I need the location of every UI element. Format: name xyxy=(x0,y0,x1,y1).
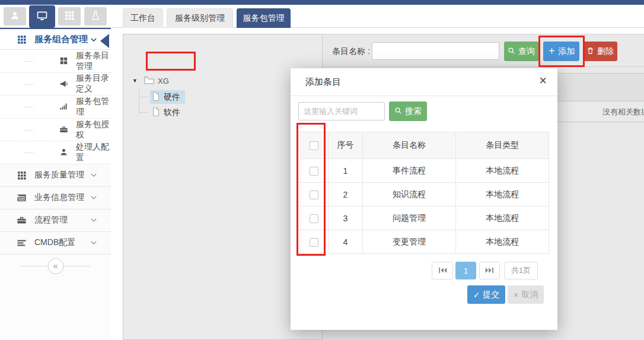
table-row: 2 知识流程 本地流程 xyxy=(300,183,549,206)
sidebar-group-service-composition[interactable]: 服务组合管理 xyxy=(0,29,111,50)
add-button[interactable]: 添加 xyxy=(543,42,579,61)
list-icon xyxy=(17,193,27,203)
select-all-checkbox[interactable] xyxy=(310,141,318,150)
sidebar-section-service-quality[interactable]: 服务质量管理 xyxy=(0,164,111,187)
tree-guide-line xyxy=(139,97,148,97)
chevron-down-icon xyxy=(90,36,98,44)
cell-type: 本地流程 xyxy=(456,230,549,254)
grid-icon xyxy=(17,170,27,180)
submit-button-label: 提交 xyxy=(483,290,499,300)
row-checkbox[interactable] xyxy=(310,238,318,247)
submit-button[interactable]: ✓ 提交 xyxy=(467,285,505,304)
briefcase-icon xyxy=(17,215,27,225)
tab-service-level[interactable]: 服务级别管理 xyxy=(167,8,233,28)
sidebar-section-business-info[interactable]: 业务信息管理 xyxy=(0,187,111,209)
tab-workbench[interactable]: 工作台 xyxy=(123,8,163,28)
flask-module-button[interactable] xyxy=(84,7,107,26)
tree-node-software[interactable]: 软件 xyxy=(150,106,185,119)
caret-down-icon[interactable]: ▼ xyxy=(132,78,141,84)
last-page-icon xyxy=(485,266,494,275)
grid-icon xyxy=(64,10,75,23)
trash-icon xyxy=(586,47,594,56)
row-checkbox[interactable] xyxy=(310,167,318,176)
no-data-text: 没有相关数据 xyxy=(602,107,644,117)
checkbox-cell xyxy=(300,183,329,206)
sidebar-section-process-mgmt[interactable]: 流程管理 xyxy=(0,209,111,232)
close-icon[interactable]: × xyxy=(539,74,547,87)
flask-icon xyxy=(90,10,101,23)
sidebar-item-service-package-mgmt[interactable]: 服务包管理 xyxy=(0,96,111,119)
user-module-button[interactable] xyxy=(4,7,26,26)
tree-node-label: 软件 xyxy=(164,107,180,118)
dialog-title: 添加条目 xyxy=(305,77,341,88)
cancel-button[interactable]: × 取消 xyxy=(508,285,544,304)
dialog-header: 添加条目 × xyxy=(291,68,557,96)
top-navy-strip xyxy=(0,0,644,5)
checkbox-cell xyxy=(300,159,329,183)
monitor-module-button[interactable] xyxy=(29,5,55,28)
cell-type: 本地流程 xyxy=(456,183,549,206)
sidebar-item-label: 服务包授权 xyxy=(76,119,111,141)
tab-service-package[interactable]: 服务包管理 xyxy=(237,8,291,28)
page-number: 1 xyxy=(464,266,468,275)
column-header: 条目类型 xyxy=(456,132,549,159)
chevron-down-icon xyxy=(90,171,98,179)
delete-button[interactable]: 删除 xyxy=(583,42,617,61)
table-header-row: 序号 条目名称 条目类型 xyxy=(300,132,549,159)
topbar: 工作台 服务级别管理 服务包管理 xyxy=(0,5,644,28)
sidebar-item-service-entry-mgmt[interactable]: 服务条目管理 xyxy=(0,50,111,73)
keyword-search-input[interactable] xyxy=(298,102,385,120)
cell-name: 事件流程 xyxy=(362,159,456,183)
sidebar-item-label: 处理人配置 xyxy=(76,142,111,163)
file-icon xyxy=(152,92,160,103)
pagination-page-1[interactable]: 1 xyxy=(455,262,476,279)
search-button-label: 搜索 xyxy=(405,106,422,117)
pagination-last-button[interactable] xyxy=(479,262,500,279)
sidebar-section-cmdb-config[interactable]: CMDB配置 xyxy=(0,232,111,255)
file-icon xyxy=(152,107,160,118)
tree-guide-line xyxy=(139,89,139,114)
select-all-cell xyxy=(300,132,329,159)
bar-chart-icon xyxy=(59,102,69,112)
row-checkbox[interactable] xyxy=(310,214,318,223)
tree-root-label: XG xyxy=(158,77,169,85)
table-row: 1 事件流程 本地流程 xyxy=(300,159,549,183)
entry-name-input[interactable] xyxy=(372,42,499,60)
add-button-label: 添加 xyxy=(559,46,575,57)
cell-type: 本地流程 xyxy=(456,159,549,183)
grid-module-button[interactable] xyxy=(58,7,81,26)
entry-toolbar: 条目名称 : 查询 添加 删除 xyxy=(323,34,644,67)
row-checkbox[interactable] xyxy=(310,190,318,199)
grid-icon xyxy=(59,56,69,66)
active-group-arrow xyxy=(100,34,109,48)
sidebar-collapse-button[interactable]: « xyxy=(47,258,63,274)
checkbox-cell xyxy=(300,206,329,230)
sidebar-item-service-catalog-def[interactable]: 服务目录定义 xyxy=(0,73,111,96)
tree-node-hardware[interactable]: 硬件 xyxy=(150,90,185,104)
pagination-first-button[interactable] xyxy=(432,262,453,279)
column-header: 条目名称 xyxy=(362,132,456,159)
column-header: 序号 xyxy=(328,132,362,159)
tab-label: 服务级别管理 xyxy=(175,13,225,24)
cell-no: 3 xyxy=(328,206,362,230)
sidebar-section-label: CMDB配置 xyxy=(34,237,75,248)
sidebar-item-label: 服务包管理 xyxy=(76,96,111,117)
sidebar-item-service-package-auth[interactable]: 服务包授权 xyxy=(0,119,111,142)
sidebar-group-label: 服务组合管理 xyxy=(34,34,88,45)
sidebar-item-handler-config[interactable]: 处理人配置 xyxy=(0,141,111,164)
grid-icon xyxy=(17,34,27,45)
cell-name: 问题管理 xyxy=(362,206,456,230)
app-window: 工作台 服务级别管理 服务包管理 服务组合管理 服务条目管理 服务目录定义 xyxy=(0,0,644,340)
user-icon xyxy=(9,10,20,23)
sidebar-section-label: 业务信息管理 xyxy=(34,192,84,203)
query-button-label: 查询 xyxy=(518,46,535,57)
entry-selection-table: 序号 条目名称 条目类型 1 事件流程 本地流程 2 知识流程 本地流程 3 问… xyxy=(299,132,549,254)
query-button[interactable]: 查询 xyxy=(504,42,538,61)
delete-button-label: 删除 xyxy=(597,46,614,57)
search-button[interactable]: 搜索 xyxy=(389,101,427,121)
tree-root-row[interactable]: ▼ XG xyxy=(132,73,169,88)
cell-type: 本地流程 xyxy=(456,206,549,230)
cell-no: 2 xyxy=(328,183,362,206)
checkbox-cell xyxy=(300,230,329,254)
sidebar-subitems: 服务条目管理 服务目录定义 服务包管理 服务包授权 处理人配置 xyxy=(0,50,111,164)
